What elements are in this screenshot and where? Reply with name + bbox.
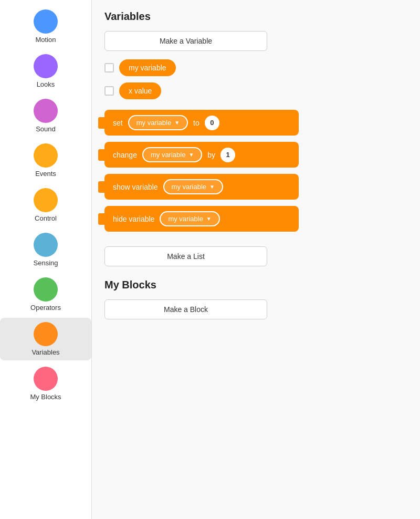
- control-icon: [34, 188, 58, 212]
- blocks-area: set my variable ▼ to 0 change my variabl…: [104, 110, 407, 232]
- sidebar-item-operators[interactable]: Operators: [0, 273, 91, 316]
- sidebar-item-sensing[interactable]: Sensing: [0, 229, 91, 271]
- main-content: Variables Make a Variable my variable x …: [92, 0, 420, 519]
- sidebar-item-sound[interactable]: Sound: [0, 95, 91, 137]
- change-label: change: [113, 151, 137, 159]
- x-value-pill[interactable]: x value: [119, 82, 161, 99]
- my-variable-row: my variable: [104, 59, 407, 76]
- variables-title: Variables: [104, 11, 407, 23]
- sidebar-label-motion: Motion: [35, 36, 56, 44]
- change-block[interactable]: change my variable ▼ by 1: [104, 142, 299, 168]
- sidebar-label-sound: Sound: [36, 125, 56, 133]
- myblocks-icon: [34, 367, 58, 391]
- sidebar: Motion Looks Sound Events Control Sensin…: [0, 0, 92, 519]
- sidebar-label-events: Events: [35, 170, 56, 178]
- sidebar-label-operators: Operators: [30, 304, 61, 312]
- sidebar-label-looks: Looks: [37, 80, 55, 88]
- set-block[interactable]: set my variable ▼ to 0: [104, 110, 299, 136]
- my-variable-checkbox[interactable]: [104, 63, 114, 72]
- events-icon: [34, 143, 58, 168]
- x-value-checkbox[interactable]: [104, 86, 114, 96]
- show-variable-name-label: my variable: [172, 183, 206, 191]
- sidebar-item-looks[interactable]: Looks: [0, 50, 91, 92]
- show-dropdown-arrow-icon: ▼: [209, 184, 215, 190]
- show-variable-block[interactable]: show variable my variable ▼: [104, 174, 299, 200]
- show-variable-dropdown[interactable]: my variable ▼: [163, 179, 223, 194]
- to-label: to: [193, 119, 200, 127]
- variables-icon: [34, 322, 58, 346]
- sound-icon: [34, 99, 58, 123]
- sensing-icon: [34, 233, 58, 257]
- sidebar-label-variables: Variables: [32, 348, 59, 356]
- hide-variable-label: hide variable: [113, 215, 154, 223]
- my-blocks-section: My Blocks Make a Block: [104, 279, 407, 319]
- hide-dropdown-arrow-icon: ▼: [206, 216, 212, 222]
- sidebar-item-control[interactable]: Control: [0, 184, 91, 226]
- make-block-button[interactable]: Make a Block: [104, 299, 267, 319]
- motion-icon: [34, 9, 58, 34]
- make-variable-button[interactable]: Make a Variable: [104, 31, 267, 51]
- set-value-input[interactable]: 0: [205, 116, 219, 130]
- sidebar-item-variables[interactable]: Variables: [0, 318, 91, 360]
- sidebar-item-my-blocks[interactable]: My Blocks: [0, 362, 91, 405]
- set-variable-dropdown[interactable]: my variable ▼: [128, 115, 188, 130]
- hide-variable-dropdown[interactable]: my variable ▼: [160, 211, 219, 226]
- set-dropdown-arrow-icon: ▼: [174, 120, 180, 126]
- x-value-row: x value: [104, 82, 407, 99]
- by-label: by: [207, 151, 215, 159]
- hide-variable-name-label: my variable: [168, 215, 203, 223]
- set-variable-label: my variable: [136, 119, 171, 127]
- my-blocks-title: My Blocks: [104, 279, 407, 291]
- looks-icon: [34, 54, 58, 78]
- sidebar-label-control: Control: [35, 214, 57, 222]
- change-variable-dropdown[interactable]: my variable ▼: [142, 147, 202, 162]
- change-value-input[interactable]: 1: [220, 148, 235, 162]
- sidebar-label-my-blocks: My Blocks: [30, 393, 61, 401]
- set-label: set: [113, 119, 123, 127]
- make-list-button[interactable]: Make a List: [104, 246, 267, 266]
- sidebar-item-motion[interactable]: Motion: [0, 5, 91, 48]
- sidebar-item-events[interactable]: Events: [0, 139, 91, 182]
- sidebar-label-sensing: Sensing: [34, 259, 58, 267]
- show-variable-label: show variable: [113, 183, 158, 191]
- my-variable-pill[interactable]: my variable: [119, 59, 176, 76]
- change-variable-label: my variable: [151, 151, 185, 159]
- change-dropdown-arrow-icon: ▼: [188, 152, 194, 158]
- operators-icon: [34, 277, 58, 302]
- make-list-section: Make a List: [104, 246, 407, 266]
- hide-variable-block[interactable]: hide variable my variable ▼: [104, 206, 299, 232]
